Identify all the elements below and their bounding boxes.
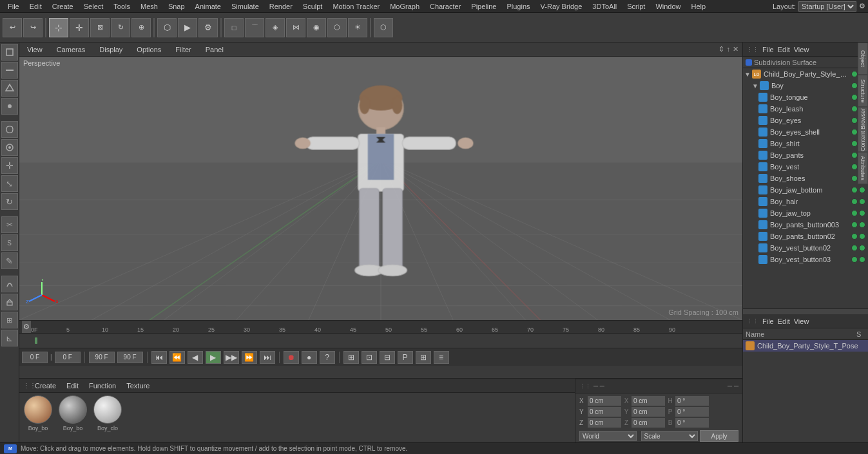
- viewport-canvas[interactable]: X Y Z Perspective Grid Spacing : 100 cm: [19, 57, 742, 320]
- menu-pipeline[interactable]: Pipeline: [466, 1, 501, 12]
- render-queue-button[interactable]: ⬡: [157, 18, 177, 37]
- material-texture-button[interactable]: Texture: [124, 381, 152, 390]
- menu-simulate[interactable]: Simulate: [226, 1, 264, 12]
- go-to-start-button[interactable]: ⏮: [151, 351, 167, 364]
- om-eyes-item[interactable]: Boy_eyes: [743, 115, 868, 126]
- material-item-1[interactable]: Boy_bo: [22, 395, 54, 431]
- om-shirt-dot1[interactable]: [851, 140, 858, 147]
- material-item-2[interactable]: Boy_bo: [57, 395, 89, 431]
- record-button[interactable]: ⏺: [284, 351, 299, 364]
- knife-button[interactable]: ✂: [1, 216, 18, 233]
- om-tongue-item[interactable]: Boy_tongue: [743, 91, 868, 103]
- redo-button[interactable]: ↪: [23, 18, 43, 37]
- om-pants-dot1[interactable]: [851, 152, 858, 158]
- attr-root-item[interactable]: Child_Boy_Party_Style_T_Pose: [743, 340, 868, 352]
- om-vest-btn03-dot1[interactable]: [851, 256, 858, 263]
- world-dropdown[interactable]: World: [579, 431, 637, 441]
- key-pos-button[interactable]: ⊡: [362, 351, 377, 364]
- rotate-button[interactable]: ↻: [1, 193, 18, 210]
- om-jaw-bottom-item[interactable]: Boy_jaw_bottom: [743, 184, 868, 196]
- viewport-filter-tab[interactable]: Filter: [171, 44, 195, 55]
- om-file-button[interactable]: File: [762, 46, 774, 53]
- menu-motion-tracker[interactable]: Motion Tracker: [327, 1, 385, 12]
- menu-file[interactable]: File: [3, 1, 24, 12]
- om-hair-dot1[interactable]: [851, 198, 858, 205]
- deformer-button[interactable]: ⋈: [286, 18, 305, 37]
- frame-range-end[interactable]: 90 F: [117, 352, 143, 363]
- om-leash-dot1[interactable]: [851, 106, 858, 112]
- nurbs-button[interactable]: ◈: [265, 18, 285, 37]
- om-jaw-top-dot2[interactable]: [859, 210, 865, 216]
- menu-3dtoall[interactable]: 3DToAll: [587, 1, 622, 12]
- viewport-move-icon[interactable]: ⇕: [719, 45, 724, 53]
- om-vest-btn02-dot1[interactable]: [851, 245, 858, 251]
- viewport-panel-tab[interactable]: Panel: [202, 44, 227, 55]
- environment-button[interactable]: ◉: [307, 18, 326, 37]
- go-to-next-button[interactable]: ⏩: [242, 351, 257, 364]
- timeline-tracks[interactable]: [19, 334, 742, 348]
- om-eyes-dot1[interactable]: [851, 117, 858, 124]
- menu-vray-bridge[interactable]: V-Ray Bridge: [535, 1, 588, 12]
- frame-input-right[interactable]: 0 F: [55, 352, 81, 363]
- y-pos-value[interactable]: 0 cm: [588, 407, 621, 417]
- layout-select[interactable]: Startup [User]: [798, 1, 856, 12]
- om-vest-dot1[interactable]: [851, 164, 858, 170]
- om-leash-item[interactable]: Boy_leash: [743, 103, 868, 115]
- menu-mograph[interactable]: MoGraph: [385, 1, 425, 12]
- x-rot-value[interactable]: 0 cm: [632, 396, 665, 406]
- material-function-button[interactable]: Function: [86, 381, 119, 390]
- viewport-options-tab[interactable]: Options: [133, 44, 165, 55]
- bridge-button[interactable]: S: [1, 234, 18, 251]
- live-select-button[interactable]: [1, 139, 18, 156]
- menu-help[interactable]: Help: [686, 1, 711, 12]
- paint-button[interactable]: ✎: [1, 252, 18, 269]
- scale-button[interactable]: ⤡: [1, 175, 18, 192]
- material-item-3[interactable]: Boy_clo: [92, 395, 124, 431]
- viewport-maximize-icon[interactable]: ↑: [727, 45, 731, 53]
- om-shoes-dot1[interactable]: [851, 175, 858, 182]
- z-rot-value[interactable]: 0 cm: [632, 418, 665, 428]
- camera-button[interactable]: ⬡: [327, 18, 347, 37]
- extrude-button[interactable]: [1, 294, 18, 310]
- frame-range-start[interactable]: 90 F: [89, 352, 115, 363]
- object-mode-button[interactable]: [1, 44, 18, 61]
- om-pants-btn02-dot1[interactable]: [851, 233, 858, 240]
- menu-sculpt[interactable]: Sculpt: [298, 1, 328, 12]
- rotate-tool-button[interactable]: ↻: [111, 18, 130, 37]
- om-shirt-item[interactable]: Boy_shirt: [743, 138, 868, 149]
- menu-window[interactable]: Window: [650, 1, 686, 12]
- om-jaw-top-item[interactable]: Boy_jaw_top: [743, 207, 868, 219]
- play-button[interactable]: ▶: [206, 351, 221, 364]
- spline-button[interactable]: ⌒: [245, 18, 264, 37]
- attr-edit-button[interactable]: Edit: [778, 317, 790, 325]
- step-forward-button[interactable]: ▶▶: [224, 351, 239, 364]
- attr-file-button[interactable]: File: [762, 317, 774, 325]
- key-all-button[interactable]: ⊞: [343, 351, 359, 364]
- autokey-button[interactable]: ●: [302, 351, 317, 364]
- key-scale-button[interactable]: P: [398, 351, 413, 364]
- menu-script[interactable]: Script: [622, 1, 650, 12]
- om-vest-btn03-dot2[interactable]: [859, 256, 865, 263]
- polygon-mode-button[interactable]: [1, 80, 18, 97]
- transform-tool-button[interactable]: ⊕: [131, 18, 151, 37]
- motion-button[interactable]: ?: [320, 351, 335, 364]
- om-root-item[interactable]: ▼ L0 Child_Boy_Party_Style_T_Pose: [743, 68, 868, 80]
- om-scrollbar[interactable]: [743, 308, 868, 314]
- om-pants-btn02-item[interactable]: Boy_pants_button02: [743, 231, 868, 242]
- menu-plugins[interactable]: Plugins: [501, 1, 535, 12]
- menu-snap[interactable]: Snap: [163, 1, 190, 12]
- h-value[interactable]: 0 °: [675, 396, 709, 406]
- texture-button[interactable]: ⊞: [1, 312, 18, 328]
- edge-mode-button[interactable]: [1, 62, 18, 79]
- x-pos-value[interactable]: 0 cm: [588, 396, 621, 406]
- om-vest-btn02-item[interactable]: Boy_vest_button02: [743, 242, 868, 254]
- menu-edit[interactable]: Edit: [24, 1, 47, 12]
- om-dot-vis[interactable]: [851, 71, 858, 77]
- om-edit-button[interactable]: Edit: [778, 46, 790, 53]
- timeline-settings-button[interactable]: ⚙: [22, 321, 31, 333]
- structure-tab[interactable]: Structure: [858, 75, 868, 107]
- om-boy-dot1[interactable]: [851, 82, 858, 89]
- menu-create[interactable]: Create: [47, 1, 79, 12]
- select-tool-button[interactable]: ⊹: [49, 18, 68, 37]
- material-edit-button[interactable]: Edit: [64, 381, 81, 390]
